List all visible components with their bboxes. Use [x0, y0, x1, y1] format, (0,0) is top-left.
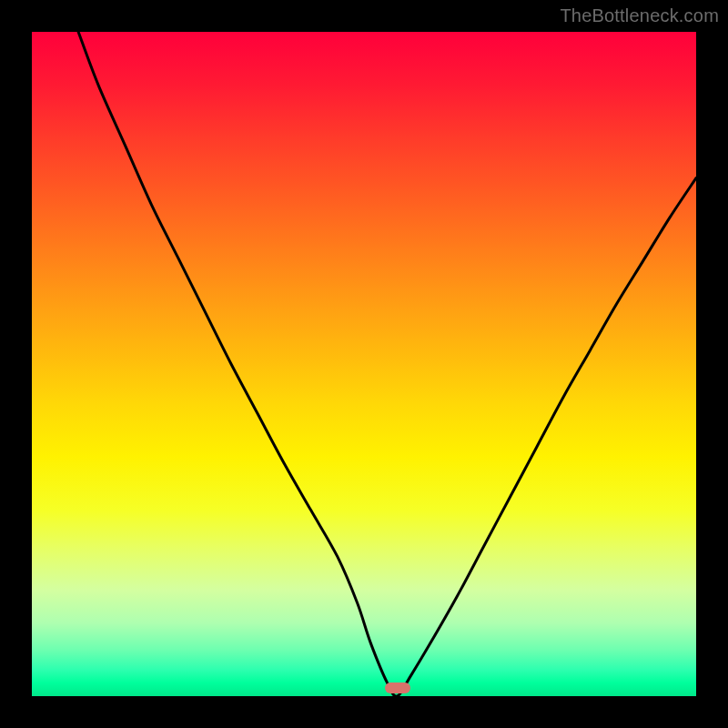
- optimum-marker: [385, 682, 410, 693]
- bottleneck-curve-path: [78, 32, 696, 696]
- watermark-text: TheBottleneck.com: [560, 5, 719, 26]
- chart-frame: TheBottleneck.com: [0, 0, 728, 728]
- curve-svg: [32, 32, 696, 696]
- plot-area: [32, 32, 696, 696]
